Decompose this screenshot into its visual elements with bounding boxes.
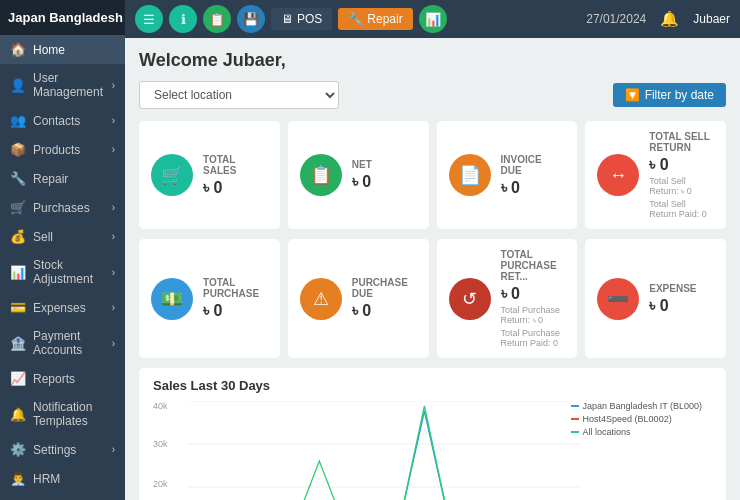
legend-color-2	[571, 431, 579, 433]
sidebar-item-stock-adjustment[interactable]: 📊 Stock Adjustment ›	[0, 251, 125, 293]
chart-plot-area	[188, 401, 582, 500]
repair-button[interactable]: 🔧 Repair	[338, 8, 412, 30]
stat-card-purchase-due: ⚠ PURCHASE DUE ৳ 0	[288, 239, 429, 358]
stat-card-expense: ➖ EXPENSE ৳ 0	[585, 239, 726, 358]
sidebar-item-user-management[interactable]: 👤 User Management ›	[0, 64, 125, 106]
sidebar-label-contacts: Contacts	[33, 114, 105, 128]
legend-color-0	[571, 405, 579, 407]
stat-label-total-sell-return: TOTAL SELL RETURN	[649, 131, 714, 153]
stat-card-total-purchase-ret: ↺ TOTAL PURCHASE RET... ৳ 0 Total Purcha…	[437, 239, 578, 358]
sidebar-item-payment-accounts[interactable]: 🏦 Payment Accounts ›	[0, 322, 125, 364]
notification-templates-icon: 🔔	[10, 407, 26, 422]
sidebar-item-products[interactable]: 📦 Products ›	[0, 135, 125, 164]
legend-label-2: All locations	[583, 427, 631, 437]
stat-info-total-purchase: TOTAL PURCHASE ৳ 0	[203, 277, 268, 320]
arrow-icon-contacts: ›	[112, 115, 115, 126]
pos-icon: 🖥	[281, 12, 293, 26]
sidebar-item-home[interactable]: 🏠 Home	[0, 35, 125, 64]
current-date: 27/01/2024	[586, 12, 646, 26]
stat-sub1-total-sell-return: Total Sell Return: ৳ 0	[649, 176, 714, 197]
arrow-icon-payment-accounts: ›	[112, 338, 115, 349]
y-label-40k: 40k	[153, 401, 168, 411]
legend-item-1: Host4Speed (BL0002)	[571, 414, 702, 424]
stat-label-purchase-due: PURCHASE DUE	[352, 277, 417, 299]
sidebar-nav: 🏠 Home 👤 User Management ›👥 Contacts ›📦 …	[0, 35, 125, 500]
stat-value-expense: ৳ 0	[649, 297, 714, 315]
sidebar-label-stock-adjustment: Stock Adjustment	[33, 258, 105, 286]
chart-container: 40k 30k 20k	[153, 401, 712, 500]
repair-icon: 🔧	[348, 12, 363, 26]
contacts-icon: 👥	[10, 113, 26, 128]
sidebar: Japan Bangladesh IT 🏠 Home 👤 User Manage…	[0, 0, 125, 500]
stat-info-purchase-due: PURCHASE DUE ৳ 0	[352, 277, 417, 320]
y-label-20k: 20k	[153, 479, 168, 489]
location-select[interactable]: Select location	[139, 81, 339, 109]
stat-label-invoice-due: INVOICE DUE	[501, 154, 566, 176]
sidebar-label-expenses: Expenses	[33, 301, 105, 315]
location-filter-row: Select location 🔽 Filter by date	[139, 81, 726, 109]
stat-info-expense: EXPENSE ৳ 0	[649, 283, 714, 315]
sidebar-item-repair[interactable]: 🔧 Repair	[0, 164, 125, 193]
sidebar-item-settings[interactable]: ⚙️ Settings ›	[0, 435, 125, 464]
filter-by-date-button[interactable]: 🔽 Filter by date	[613, 83, 726, 107]
notification-bell-icon[interactable]: 🔔	[660, 10, 679, 28]
sidebar-item-hrm[interactable]: 👨‍💼 HRM	[0, 464, 125, 493]
stat-value-total-purchase: ৳ 0	[203, 302, 268, 320]
sidebar-label-settings: Settings	[33, 443, 105, 457]
stat-card-total-purchase: 💵 TOTAL PURCHASE ৳ 0	[139, 239, 280, 358]
sidebar-item-essentials[interactable]: ⭐ Essentials	[0, 493, 125, 500]
sidebar-label-payment-accounts: Payment Accounts	[33, 329, 105, 357]
arrow-icon-stock-adjustment: ›	[112, 267, 115, 278]
sidebar-label-notification-templates: Notification Templates	[33, 400, 115, 428]
stat-info-total-sales: TOTAL SALES ৳ 0	[203, 154, 268, 197]
pos-button[interactable]: 🖥 POS	[271, 8, 332, 30]
stat-sub2-total-sell-return: Total Sell Return Paid: 0	[649, 199, 714, 219]
menu-icon[interactable]: ☰	[135, 5, 163, 33]
stat-value-net: ৳ 0	[352, 173, 417, 191]
stat-icon-total-purchase-ret: ↺	[449, 278, 491, 320]
stat-info-net: NET ৳ 0	[352, 159, 417, 191]
arrow-icon-purchases: ›	[112, 202, 115, 213]
main-area: ☰ ℹ 📋 💾 🖥 POS 🔧 Repair 📊 27/01/2024 🔔 Ju…	[125, 0, 740, 500]
stat-icon-total-sales: 🛒	[151, 154, 193, 196]
stat-sub1-total-purchase-ret: Total Purchase Return: ৳ 0	[501, 305, 566, 326]
settings-icon: ⚙️	[10, 442, 26, 457]
stats-row-2: 💵 TOTAL PURCHASE ৳ 0 ⚠ PURCHASE DUE ৳ 0 …	[139, 239, 726, 358]
top-navbar: ☰ ℹ 📋 💾 🖥 POS 🔧 Repair 📊 27/01/2024 🔔 Ju…	[125, 0, 740, 38]
sidebar-label-hrm: HRM	[33, 472, 115, 486]
stat-sub2-total-purchase-ret: Total Purchase Return Paid: 0	[501, 328, 566, 348]
stat-label-expense: EXPENSE	[649, 283, 714, 294]
sidebar-item-notification-templates[interactable]: 🔔 Notification Templates	[0, 393, 125, 435]
stat-value-total-sell-return: ৳ 0	[649, 156, 714, 174]
stat-card-net: 📋 NET ৳ 0	[288, 121, 429, 229]
hrm-icon: 👨‍💼	[10, 471, 26, 486]
sidebar-label-user-management: User Management	[33, 71, 105, 99]
legend-color-1	[571, 418, 579, 420]
sidebar-item-contacts[interactable]: 👥 Contacts ›	[0, 106, 125, 135]
legend-label-0: Japan Bangladesh IT (BL000)	[583, 401, 702, 411]
purchases-icon: 🛒	[10, 200, 26, 215]
sidebar-item-reports[interactable]: 📈 Reports	[0, 364, 125, 393]
nav-icon-2[interactable]: 💾	[237, 5, 265, 33]
arrow-icon-settings: ›	[112, 444, 115, 455]
stat-label-net: NET	[352, 159, 417, 170]
sidebar-label-purchases: Purchases	[33, 201, 105, 215]
user-menu[interactable]: Jubaer	[693, 12, 730, 26]
sidebar-item-sell[interactable]: 💰 Sell ›	[0, 222, 125, 251]
content-area: Welcome Jubaer, Select location 🔽 Filter…	[125, 38, 740, 500]
stat-value-total-purchase-ret: ৳ 0	[501, 285, 566, 303]
chart-legend: Japan Bangladesh IT (BL000) Host4Speed (…	[571, 401, 702, 440]
nav-icon-1[interactable]: 📋	[203, 5, 231, 33]
stat-value-total-sales: ৳ 0	[203, 179, 268, 197]
chart-y-axis: 40k 30k 20k	[153, 401, 183, 500]
stat-card-total-sell-return: ↔ TOTAL SELL RETURN ৳ 0 Total Sell Retur…	[585, 121, 726, 229]
info-icon[interactable]: ℹ	[169, 5, 197, 33]
nav-icon-3[interactable]: 📊	[419, 5, 447, 33]
sidebar-item-expenses[interactable]: 💳 Expenses ›	[0, 293, 125, 322]
stat-icon-invoice-due: 📄	[449, 154, 491, 196]
repair-icon: 🔧	[10, 171, 26, 186]
stats-row-1: 🛒 TOTAL SALES ৳ 0 📋 NET ৳ 0 📄 INVOICE DU…	[139, 121, 726, 229]
stat-icon-total-sell-return: ↔	[597, 154, 639, 196]
sidebar-item-purchases[interactable]: 🛒 Purchases ›	[0, 193, 125, 222]
products-icon: 📦	[10, 142, 26, 157]
